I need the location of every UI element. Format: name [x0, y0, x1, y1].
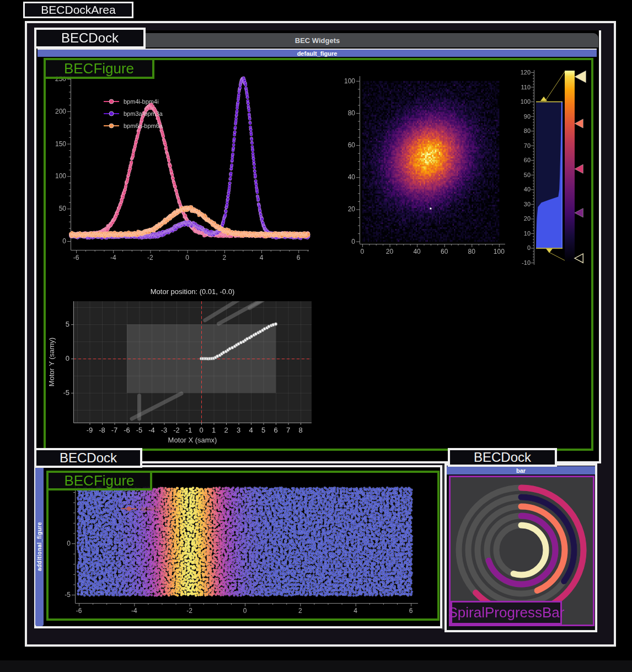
- window-title: BEC Widgets: [295, 36, 340, 45]
- dock3-titlebar[interactable]: bar: [447, 466, 595, 474]
- spiral-annotation-label: SpiralProgressBar: [451, 601, 562, 625]
- heatmap-plot[interactable]: [335, 61, 517, 266]
- figure-1-annotation-label: BECFigure: [44, 58, 154, 79]
- dock-3-annotation-label: BECDock: [448, 448, 557, 467]
- dock3-title: bar: [516, 467, 526, 474]
- dock1-title: default_figure: [297, 50, 338, 57]
- scan-scatter-plot[interactable]: [50, 474, 438, 619]
- motor-map-plot[interactable]: [47, 286, 325, 447]
- waveform-plot[interactable]: [49, 62, 319, 265]
- bottom-strip: [0, 660, 632, 672]
- colorbar-histogram-lut[interactable]: [512, 58, 592, 275]
- dock1-titlebar[interactable]: default_figure: [38, 49, 597, 57]
- dock-1-annotation-label: BECDock: [34, 28, 146, 49]
- figure-2-annotation-label: BECFigure: [46, 471, 152, 490]
- dock2-titlebar[interactable]: additional_figure: [35, 467, 44, 626]
- dock-2-annotation-label: BECDock: [34, 448, 142, 468]
- dock-area-annotation-label: BECDockArea: [23, 2, 133, 18]
- dock2-title: additional_figure: [36, 522, 42, 571]
- bec-app-window: BEC Widgets default_figure BECFigure BEC…: [0, 0, 632, 672]
